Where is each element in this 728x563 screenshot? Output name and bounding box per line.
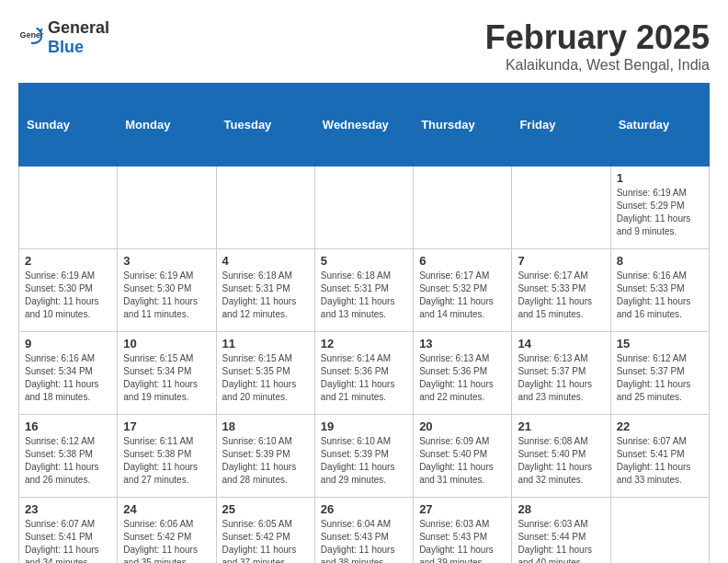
- calendar-cell: 4Sunrise: 6:18 AM Sunset: 5:31 PM Daylig…: [216, 249, 314, 332]
- day-info: Sunrise: 6:13 AM Sunset: 5:37 PM Dayligh…: [518, 352, 604, 404]
- calendar-cell: 28Sunrise: 6:03 AM Sunset: 5:44 PM Dayli…: [512, 498, 610, 564]
- calendar-cell: 25Sunrise: 6:05 AM Sunset: 5:42 PM Dayli…: [216, 498, 314, 564]
- day-info: Sunrise: 6:05 AM Sunset: 5:42 PM Dayligh…: [222, 518, 309, 563]
- day-number: 7: [518, 254, 604, 268]
- weekday-header-thursday: Thursday: [414, 84, 512, 167]
- logo-icon: General: [18, 25, 44, 51]
- day-info: Sunrise: 6:16 AM Sunset: 5:33 PM Dayligh…: [617, 270, 703, 321]
- calendar-cell: 3Sunrise: 6:19 AM Sunset: 5:30 PM Daylig…: [118, 249, 216, 332]
- weekday-header-sunday: Sunday: [19, 84, 118, 167]
- day-number: 11: [222, 337, 309, 350]
- calendar-cell: 8Sunrise: 6:16 AM Sunset: 5:33 PM Daylig…: [610, 249, 709, 332]
- calendar-cell: [512, 167, 610, 249]
- day-number: 24: [123, 502, 210, 516]
- week-row-3: 9Sunrise: 6:16 AM Sunset: 5:34 PM Daylig…: [19, 332, 710, 415]
- calendar-cell: 2Sunrise: 6:19 AM Sunset: 5:30 PM Daylig…: [19, 249, 118, 332]
- weekday-header-friday: Friday: [512, 84, 610, 167]
- day-number: 6: [419, 254, 506, 268]
- day-number: 16: [25, 419, 111, 433]
- day-number: 20: [419, 419, 506, 433]
- weekday-header-monday: Monday: [118, 84, 216, 167]
- calendar-cell: 22Sunrise: 6:07 AM Sunset: 5:41 PM Dayli…: [610, 415, 709, 498]
- logo: General General Blue: [18, 18, 109, 57]
- day-info: Sunrise: 6:17 AM Sunset: 5:33 PM Dayligh…: [518, 270, 604, 321]
- day-info: Sunrise: 6:11 AM Sunset: 5:38 PM Dayligh…: [123, 435, 210, 487]
- calendar-cell: 14Sunrise: 6:13 AM Sunset: 5:37 PM Dayli…: [512, 332, 610, 415]
- week-row-1: 1Sunrise: 6:19 AM Sunset: 5:29 PM Daylig…: [19, 167, 710, 249]
- day-info: Sunrise: 6:12 AM Sunset: 5:38 PM Dayligh…: [25, 435, 111, 487]
- day-info: Sunrise: 6:08 AM Sunset: 5:40 PM Dayligh…: [518, 435, 604, 487]
- calendar-cell: 26Sunrise: 6:04 AM Sunset: 5:43 PM Dayli…: [314, 498, 413, 564]
- calendar-cell: 27Sunrise: 6:03 AM Sunset: 5:43 PM Dayli…: [414, 498, 512, 564]
- day-info: Sunrise: 6:18 AM Sunset: 5:31 PM Dayligh…: [222, 270, 309, 321]
- calendar-cell: 6Sunrise: 6:17 AM Sunset: 5:32 PM Daylig…: [414, 249, 512, 332]
- logo-general-text: General: [48, 18, 109, 37]
- day-info: Sunrise: 6:03 AM Sunset: 5:44 PM Dayligh…: [518, 518, 604, 563]
- weekday-header-wednesday: Wednesday: [314, 84, 413, 167]
- week-row-2: 2Sunrise: 6:19 AM Sunset: 5:30 PM Daylig…: [19, 249, 710, 332]
- day-number: 2: [25, 254, 111, 268]
- calendar-cell: 16Sunrise: 6:12 AM Sunset: 5:38 PM Dayli…: [19, 415, 118, 498]
- day-number: 12: [321, 337, 407, 350]
- calendar-subtitle: Kalaikunda, West Bengal, India: [485, 57, 710, 74]
- calendar-cell: 10Sunrise: 6:15 AM Sunset: 5:34 PM Dayli…: [118, 332, 216, 415]
- calendar-cell: 13Sunrise: 6:13 AM Sunset: 5:36 PM Dayli…: [414, 332, 512, 415]
- weekday-header-row: SundayMondayTuesdayWednesdayThursdayFrid…: [19, 84, 710, 167]
- calendar-cell: [314, 167, 413, 249]
- day-info: Sunrise: 6:04 AM Sunset: 5:43 PM Dayligh…: [321, 518, 407, 563]
- day-number: 21: [518, 419, 604, 433]
- day-number: 3: [123, 254, 210, 268]
- day-info: Sunrise: 6:15 AM Sunset: 5:34 PM Dayligh…: [123, 352, 210, 404]
- calendar-cell: 23Sunrise: 6:07 AM Sunset: 5:41 PM Dayli…: [19, 498, 118, 564]
- day-info: Sunrise: 6:19 AM Sunset: 5:29 PM Dayligh…: [617, 187, 703, 238]
- day-info: Sunrise: 6:07 AM Sunset: 5:41 PM Dayligh…: [25, 518, 111, 563]
- day-info: Sunrise: 6:14 AM Sunset: 5:36 PM Dayligh…: [321, 352, 407, 404]
- day-number: 9: [25, 337, 111, 350]
- day-info: Sunrise: 6:18 AM Sunset: 5:31 PM Dayligh…: [321, 270, 407, 321]
- calendar-cell: [118, 167, 216, 249]
- day-number: 19: [321, 419, 407, 433]
- day-number: 5: [321, 254, 407, 268]
- day-info: Sunrise: 6:09 AM Sunset: 5:40 PM Dayligh…: [419, 435, 506, 487]
- page-header: General General Blue February 2025 Kalai…: [18, 18, 710, 74]
- day-number: 13: [419, 337, 506, 350]
- day-info: Sunrise: 6:10 AM Sunset: 5:39 PM Dayligh…: [321, 435, 407, 487]
- day-number: 14: [518, 337, 604, 350]
- calendar-cell: [19, 167, 118, 249]
- title-block: February 2025 Kalaikunda, West Bengal, I…: [485, 18, 710, 74]
- day-info: Sunrise: 6:17 AM Sunset: 5:32 PM Dayligh…: [419, 270, 506, 321]
- day-info: Sunrise: 6:03 AM Sunset: 5:43 PM Dayligh…: [419, 518, 506, 563]
- day-number: 25: [222, 502, 309, 516]
- day-number: 27: [419, 502, 506, 516]
- week-row-4: 16Sunrise: 6:12 AM Sunset: 5:38 PM Dayli…: [19, 415, 710, 498]
- calendar-cell: 15Sunrise: 6:12 AM Sunset: 5:37 PM Dayli…: [610, 332, 709, 415]
- calendar-cell: [216, 167, 314, 249]
- day-info: Sunrise: 6:15 AM Sunset: 5:35 PM Dayligh…: [222, 352, 309, 404]
- week-row-5: 23Sunrise: 6:07 AM Sunset: 5:41 PM Dayli…: [19, 498, 710, 564]
- day-number: 10: [123, 337, 210, 350]
- weekday-header-saturday: Saturday: [610, 84, 709, 167]
- day-info: Sunrise: 6:10 AM Sunset: 5:39 PM Dayligh…: [222, 435, 309, 487]
- calendar-cell: [610, 498, 709, 564]
- calendar-cell: 9Sunrise: 6:16 AM Sunset: 5:34 PM Daylig…: [19, 332, 118, 415]
- day-info: Sunrise: 6:19 AM Sunset: 5:30 PM Dayligh…: [25, 270, 111, 321]
- calendar-cell: 19Sunrise: 6:10 AM Sunset: 5:39 PM Dayli…: [314, 415, 413, 498]
- calendar-cell: 12Sunrise: 6:14 AM Sunset: 5:36 PM Dayli…: [314, 332, 413, 415]
- calendar-cell: 18Sunrise: 6:10 AM Sunset: 5:39 PM Dayli…: [216, 415, 314, 498]
- day-number: 1: [617, 171, 703, 185]
- calendar-cell: 5Sunrise: 6:18 AM Sunset: 5:31 PM Daylig…: [314, 249, 413, 332]
- day-info: Sunrise: 6:16 AM Sunset: 5:34 PM Dayligh…: [25, 352, 111, 404]
- calendar-cell: 11Sunrise: 6:15 AM Sunset: 5:35 PM Dayli…: [216, 332, 314, 415]
- day-number: 15: [617, 337, 703, 350]
- calendar-cell: [414, 167, 512, 249]
- day-info: Sunrise: 6:13 AM Sunset: 5:36 PM Dayligh…: [419, 352, 506, 404]
- calendar-title: February 2025: [485, 18, 710, 57]
- day-number: 22: [617, 419, 703, 433]
- calendar-cell: 24Sunrise: 6:06 AM Sunset: 5:42 PM Dayli…: [118, 498, 216, 564]
- calendar-cell: 17Sunrise: 6:11 AM Sunset: 5:38 PM Dayli…: [118, 415, 216, 498]
- calendar-cell: 1Sunrise: 6:19 AM Sunset: 5:29 PM Daylig…: [610, 167, 709, 249]
- day-number: 26: [321, 502, 407, 516]
- day-number: 17: [123, 419, 210, 433]
- day-info: Sunrise: 6:19 AM Sunset: 5:30 PM Dayligh…: [123, 270, 210, 321]
- day-number: 23: [25, 502, 111, 516]
